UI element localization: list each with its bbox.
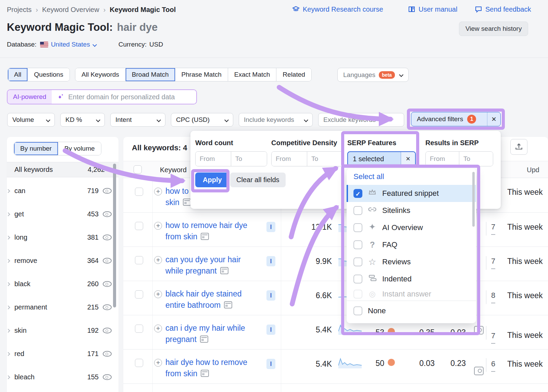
export-button[interactable] <box>510 139 527 155</box>
by-number-toggle[interactable]: By number <box>14 142 58 155</box>
tab-phrase-match[interactable]: Phrase Match <box>175 68 228 81</box>
chevron-right-icon[interactable] <box>6 352 10 356</box>
row-checkbox[interactable] <box>135 290 143 299</box>
competitive-density-from-input[interactable] <box>272 152 307 166</box>
intent-badge[interactable]: I <box>266 222 275 232</box>
domain-input[interactable] <box>68 93 191 101</box>
serp-page-icon[interactable] <box>201 370 209 377</box>
keyword-link[interactable]: black hair dye stainedentire bathroom <box>165 288 241 311</box>
serp-option-ai-overview[interactable]: AI Overview <box>347 219 476 236</box>
serp-page-icon[interactable] <box>224 301 232 308</box>
cpc-filter[interactable]: CPC (USD) <box>171 113 233 127</box>
eye-icon[interactable] <box>103 304 112 310</box>
keyword-column-header[interactable]: Keyword <box>160 166 187 174</box>
keyword-link[interactable]: how toskin <box>165 186 191 208</box>
chevron-right-icon[interactable] <box>6 375 10 379</box>
checkbox[interactable] <box>353 306 362 315</box>
row-checkbox[interactable] <box>135 256 143 264</box>
word-count-to-input[interactable] <box>231 152 267 166</box>
languages-dropdown[interactable]: Languages beta <box>337 68 409 82</box>
checkbox[interactable] <box>353 206 362 215</box>
volume-filter[interactable]: Volume <box>7 113 55 127</box>
keyword-research-course-link[interactable]: Keyword Research course <box>292 5 383 13</box>
sf-count[interactable]: 6 <box>491 359 495 372</box>
apply-button[interactable]: Apply <box>195 173 229 187</box>
eye-icon[interactable] <box>103 351 112 357</box>
tab-all[interactable]: All <box>8 68 28 81</box>
clear-selection-icon[interactable]: × <box>401 152 415 166</box>
chevron-down-icon[interactable] <box>92 42 97 47</box>
tab-questions[interactable]: Questions <box>28 68 70 81</box>
serp-page-icon[interactable] <box>183 199 191 206</box>
eye-icon[interactable] <box>103 258 112 264</box>
chevron-right-icon[interactable] <box>6 236 10 239</box>
checkbox[interactable] <box>353 223 362 232</box>
results-from-input[interactable] <box>426 152 459 166</box>
group-row-long[interactable]: long381 <box>7 233 112 241</box>
results-to-input[interactable] <box>459 152 493 166</box>
select-all-checkbox[interactable] <box>134 165 142 174</box>
breadcrumb-keyword-overview[interactable]: Keyword Overview <box>42 6 99 14</box>
add-keyword-icon[interactable]: + <box>154 359 162 367</box>
user-manual-link[interactable]: User manual <box>408 5 457 13</box>
close-icon[interactable]: × <box>487 112 500 126</box>
intent-badge[interactable]: I <box>266 290 275 301</box>
sf-count[interactable]: 7 <box>491 257 495 269</box>
serp-option-featured-snippet[interactable]: ✓ Featured snippet <box>347 185 476 202</box>
kd-filter[interactable]: KD % <box>60 113 105 127</box>
eye-icon[interactable] <box>103 281 112 287</box>
checkbox[interactable] <box>353 290 362 299</box>
eye-icon[interactable] <box>103 188 112 194</box>
checkbox[interactable] <box>353 275 362 283</box>
serp-option-reviews[interactable]: ☆ Reviews <box>347 253 476 270</box>
checkbox[interactable] <box>353 240 362 249</box>
chevron-right-icon[interactable] <box>6 212 10 216</box>
chevron-right-icon[interactable] <box>6 329 10 332</box>
serp-option-none[interactable]: None <box>347 301 476 321</box>
sidebar-scrollbar[interactable] <box>113 164 116 307</box>
add-keyword-icon[interactable]: + <box>154 325 162 332</box>
group-row-permanent[interactable]: permanent215 <box>7 303 112 311</box>
sf-count[interactable]: 7 <box>491 223 495 235</box>
chevron-right-icon[interactable] <box>6 189 10 193</box>
exclude-keywords-filter[interactable]: Exclude keywords <box>318 113 404 127</box>
group-row-remove[interactable]: remove364 <box>7 257 112 265</box>
word-count-from-input[interactable] <box>196 152 231 166</box>
include-keywords-filter[interactable]: Include keywords <box>239 113 313 127</box>
serp-preview-icon[interactable] <box>474 367 484 375</box>
serp-page-icon[interactable] <box>201 233 209 240</box>
eye-icon[interactable] <box>103 328 112 333</box>
send-feedback-link[interactable]: Send feedback <box>474 5 531 13</box>
chevron-right-icon[interactable] <box>6 282 10 286</box>
tab-all-keywords[interactable]: All Keywords <box>75 68 126 81</box>
sf-count[interactable]: 8 <box>491 291 495 303</box>
tab-broad-match[interactable]: Broad Match <box>126 68 175 81</box>
add-keyword-icon[interactable]: + <box>154 290 162 298</box>
dropdown-scrollbar[interactable] <box>472 172 475 227</box>
add-keyword-icon[interactable]: + <box>154 256 162 264</box>
chevron-right-icon[interactable] <box>6 259 10 263</box>
tab-related[interactable]: Related <box>276 68 311 81</box>
add-keyword-icon[interactable]: + <box>154 188 162 195</box>
serp-preview-icon[interactable] <box>474 326 484 334</box>
group-row-red[interactable]: red171 <box>7 350 112 358</box>
tab-exact-match[interactable]: Exact Match <box>228 68 277 81</box>
all-keywords-row[interactable]: All keywords 4,262 <box>7 162 119 177</box>
keyword-link[interactable]: can you dye your hairwhile pregnant <box>165 254 241 277</box>
sf-count[interactable]: 7 <box>491 331 495 344</box>
intent-badge[interactable]: I <box>266 325 275 335</box>
eye-icon[interactable] <box>103 235 112 240</box>
row-checkbox[interactable] <box>135 188 143 196</box>
checkbox-checked[interactable]: ✓ <box>353 189 362 198</box>
database-select[interactable]: United States <box>51 41 90 48</box>
serp-page-icon[interactable] <box>200 336 208 343</box>
keyword-link[interactable]: can i dye my hair whilepregnant <box>165 323 245 345</box>
serp-option-instant-answer[interactable]: ◎ Instant answer <box>347 288 476 301</box>
updated-column-header[interactable]: Upd <box>527 166 539 174</box>
view-search-history-button[interactable]: View search history <box>459 22 528 36</box>
serp-option-faq[interactable]: ? FAQ <box>347 236 476 253</box>
group-row-skin[interactable]: skin192 <box>7 327 112 334</box>
keyword-link[interactable]: how to remove hair dyefrom skin <box>165 220 247 242</box>
serp-option-sitelinks[interactable]: Sitelinks <box>347 202 476 219</box>
serp-page-icon[interactable] <box>220 267 228 274</box>
